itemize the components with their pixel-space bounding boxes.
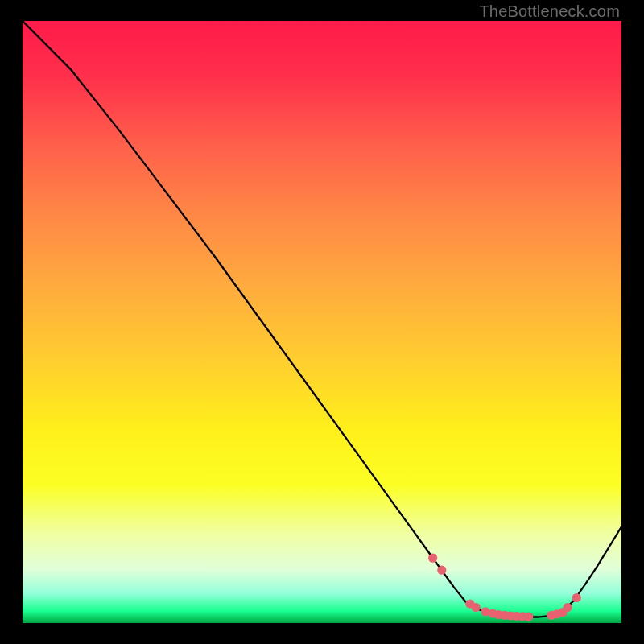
chart-svg (23, 21, 621, 623)
curve-path (23, 21, 621, 617)
data-point (524, 613, 533, 621)
data-point (572, 593, 581, 602)
data-point (563, 603, 572, 612)
data-point (472, 603, 481, 612)
curve-line (23, 21, 621, 617)
curve-points (428, 554, 581, 621)
chart-canvas: TheBottleneck.com (0, 0, 644, 644)
attribution-text: TheBottleneck.com (479, 2, 620, 21)
plot-area (23, 21, 621, 623)
data-point (428, 554, 437, 563)
data-point (437, 566, 446, 575)
